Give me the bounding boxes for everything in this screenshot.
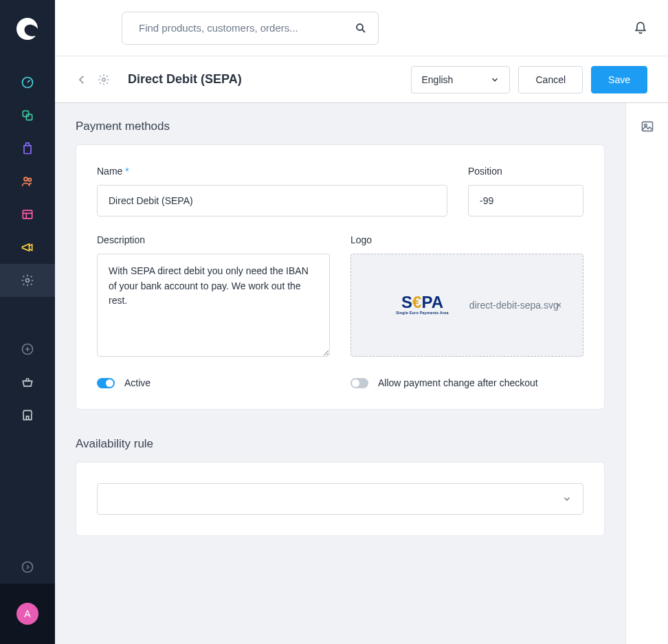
users-icon <box>21 175 34 188</box>
svg-point-3 <box>24 177 27 181</box>
nav-orders[interactable] <box>0 132 55 165</box>
nav-catalog[interactable] <box>0 99 55 132</box>
name-label: Name * <box>97 166 447 177</box>
logo <box>15 16 40 41</box>
language-value: English <box>421 74 453 85</box>
megaphone-icon <box>21 241 34 254</box>
svg-point-6 <box>26 279 30 282</box>
nav-add[interactable] <box>0 333 55 366</box>
content-wrap: Payment methods Name * Position Descript… <box>55 103 668 644</box>
image-icon[interactable] <box>641 120 654 133</box>
nav-customers[interactable] <box>0 165 55 198</box>
nav-dashboard[interactable] <box>0 66 55 99</box>
page-title: Direct Debit (SEPA) <box>128 72 242 87</box>
nav-content[interactable] <box>0 198 55 231</box>
description-textarea[interactable] <box>97 254 330 357</box>
page-header: Direct Debit (SEPA) English Cancel Save <box>55 56 668 103</box>
nav-settings[interactable] <box>0 264 55 297</box>
plus-circle-icon <box>21 342 34 356</box>
search-wrap <box>122 12 379 45</box>
nav-marketing[interactable] <box>0 231 55 264</box>
bag-icon <box>21 142 34 155</box>
allow-change-label: Allow payment change after checkout <box>378 377 538 388</box>
back-button[interactable] <box>76 74 88 86</box>
sidebar: A <box>0 0 55 644</box>
section-title-payment-methods: Payment methods <box>76 120 605 133</box>
svg-point-10 <box>102 78 106 81</box>
copy-icon <box>21 109 34 122</box>
save-button[interactable]: Save <box>591 66 647 93</box>
chevron-down-icon <box>562 494 572 504</box>
search-input[interactable] <box>139 22 346 34</box>
page-settings-icon[interactable] <box>98 74 110 86</box>
payment-method-card: Name * Position Description Logo <box>76 144 605 410</box>
gear-icon <box>21 274 34 287</box>
chevron-down-icon <box>490 75 500 85</box>
remove-logo-button[interactable] <box>555 300 562 311</box>
allow-change-toggle[interactable] <box>350 378 368 388</box>
svg-point-9 <box>357 24 363 30</box>
active-toggle[interactable] <box>97 378 115 388</box>
avatar[interactable]: A <box>16 603 38 625</box>
description-label: Description <box>97 234 330 245</box>
gauge-icon <box>21 76 34 89</box>
basket-icon <box>21 375 34 389</box>
right-rail <box>625 103 668 644</box>
language-select[interactable]: English <box>411 66 510 93</box>
store-icon <box>21 408 34 422</box>
cancel-button[interactable]: Cancel <box>518 66 583 93</box>
logo-filename: direct-debit-sepa.svg <box>469 300 559 311</box>
svg-rect-11 <box>642 122 652 131</box>
main: Direct Debit (SEPA) English Cancel Save … <box>55 0 668 644</box>
logo-dropzone[interactable]: S€PA Single Euro Payments Area direct-de… <box>350 254 583 357</box>
section-title-availability-rule: Availability rule <box>76 437 605 451</box>
active-label: Active <box>124 377 151 388</box>
svg-rect-5 <box>23 210 32 219</box>
layout-icon <box>21 208 34 221</box>
position-label: Position <box>468 166 583 177</box>
availability-rule-card <box>76 462 605 536</box>
bell-icon[interactable] <box>634 21 647 35</box>
nav-help[interactable] <box>0 551 55 584</box>
topbar <box>55 0 668 56</box>
avatar-section[interactable]: A <box>0 584 55 644</box>
chevron-circle-icon <box>21 560 34 574</box>
nav-basket[interactable] <box>0 366 55 399</box>
svg-point-4 <box>28 178 31 181</box>
logo-label: Logo <box>350 234 583 245</box>
svg-point-8 <box>23 562 33 573</box>
name-input[interactable] <box>97 185 447 216</box>
position-input[interactable] <box>468 185 583 216</box>
availability-rule-select[interactable] <box>97 483 583 515</box>
sepa-logo: S€PA Single Euro Payments Area <box>375 296 449 314</box>
nav-store[interactable] <box>0 399 55 432</box>
search-icon[interactable] <box>355 22 367 34</box>
content: Payment methods Name * Position Descript… <box>55 103 625 644</box>
